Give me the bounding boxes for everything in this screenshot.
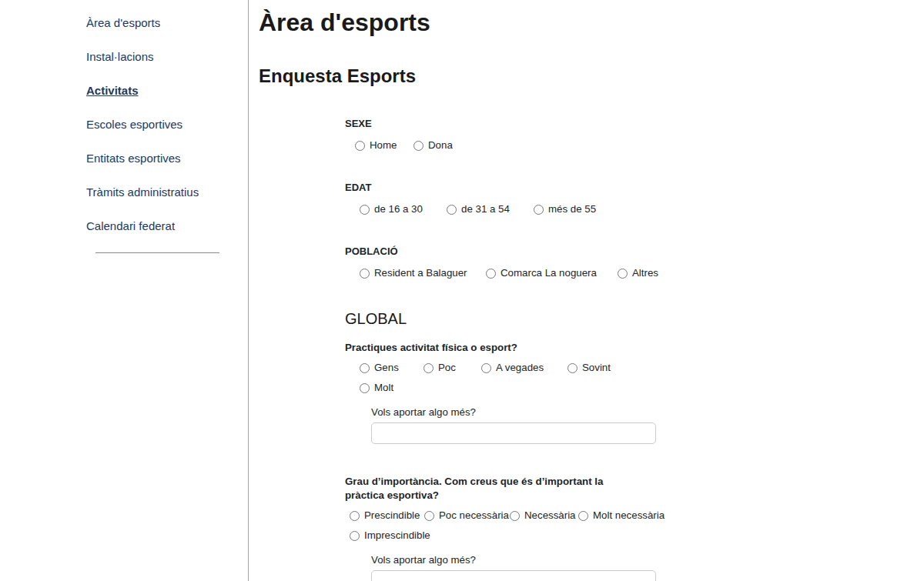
sidebar-item-calendari-federat[interactable]: Calendari federat [86,219,240,234]
radio-label: Molt necessària [593,508,665,523]
group-label-poblacio: POBLACIÓ [345,245,924,259]
sidebar-divider [95,252,219,253]
main-content: Àrea d'esports Enquesta Esports SEXE Hom… [259,0,924,581]
comment-block: Vols aportar algo més? [371,406,924,444]
question-grau-importancia: Grau d’importància. Com creus que és d’i… [345,475,924,581]
radio-option-resident-a-balaguer[interactable]: Resident a Balaguer [360,265,486,281]
radio-option-de-31-a-54[interactable]: de 31 a 54 [447,202,534,217]
sidebar: Àrea d'esports Instal·lacions Activitats… [86,15,240,253]
radio-input-de-31-a-54[interactable] [447,205,457,215]
radio-label: Prescindible [364,508,420,523]
sidebar-item-escoles-esportives[interactable]: Escoles esportives [86,117,240,132]
radio-group-practiques-row2: Molt [345,380,924,396]
group-label-sexe: SEXE [345,117,924,131]
radio-option-molt-necessaria[interactable]: Molt necessària [578,508,665,523]
radio-option-sovint[interactable]: Sovint [567,360,611,376]
radio-label: Comarca La noguera [500,265,597,281]
sidebar-item-area-desports[interactable]: Àrea d'esports [86,15,240,31]
group-label-edat: EDAT [345,181,924,195]
radio-group-grau-row2: Imprescindible [345,528,924,543]
radio-option-altres[interactable]: Altres [618,265,658,281]
radio-option-molt[interactable]: Molt [360,380,393,396]
comment-label: Vols aportar algo més? [371,406,924,419]
comment-label: Vols aportar algo més? [371,553,924,567]
question-label: Grau d’importància. Com creus que és d’i… [345,475,631,503]
radio-input-imprescindible[interactable] [350,531,360,541]
radio-input-prescindible[interactable] [350,511,360,521]
radio-option-mes-de-55[interactable]: més de 55 [534,202,596,217]
survey-title: Enquesta Esports [259,65,924,88]
radio-option-dona[interactable]: Dona [413,138,453,153]
radio-group-sexe: Home Dona [345,138,924,153]
page-title: Àrea d'esports [259,6,924,38]
comment-input-grau[interactable] [371,570,656,581]
question-practiques-activitat: Practiques activitat física o esport? Ge… [345,341,924,444]
radio-input-a-vegades[interactable] [481,363,491,373]
radio-input-poc-necessaria[interactable] [424,511,434,521]
sidebar-item-entitats-esportives[interactable]: Entitats esportives [86,151,240,166]
content-divider [248,0,249,581]
radio-label: de 16 a 30 [374,202,423,217]
comment-input-practiques[interactable] [371,422,656,444]
radio-option-de-16-a-30[interactable]: de 16 a 30 [360,202,447,217]
sidebar-item-activitats[interactable]: Activitats [86,83,240,99]
radio-label: Molt [374,380,393,396]
sidebar-item-tramits-administratius[interactable]: Tràmits administratius [86,185,240,200]
radio-input-mes-de-55[interactable] [534,205,544,215]
radio-label: A vegades [496,360,544,376]
section-heading-global: GLOBAL [345,309,924,329]
radio-option-necessaria[interactable]: Necessària [510,508,578,523]
radio-input-altres[interactable] [618,269,628,279]
radio-input-necessaria[interactable] [510,511,520,521]
radio-option-home[interactable]: Home [355,138,413,153]
radio-input-sovint[interactable] [567,363,578,373]
radio-input-comarca-la-noguera[interactable] [486,269,496,279]
comment-block: Vols aportar algo més? [371,553,924,581]
radio-input-poc[interactable] [424,363,434,373]
radio-option-poc-necessaria[interactable]: Poc necessària [424,508,510,523]
radio-label: més de 55 [548,202,596,217]
radio-option-prescindible[interactable]: Prescindible [350,508,424,523]
radio-label: Sovint [582,360,611,376]
radio-label: Dona [428,138,453,153]
radio-label: Poc necessària [439,508,509,523]
radio-option-a-vegades[interactable]: A vegades [481,360,567,376]
radio-group-poblacio: Resident a Balaguer Comarca La noguera A… [345,265,924,281]
radio-label: Altres [632,265,658,281]
radio-input-home[interactable] [355,141,365,151]
radio-input-molt[interactable] [360,383,370,393]
radio-label: Necessària [524,508,576,523]
radio-label: Imprescindible [364,528,430,543]
radio-option-gens[interactable]: Gens [360,360,424,376]
radio-input-de-16-a-30[interactable] [360,205,370,215]
question-group-poblacio: POBLACIÓ Resident a Balaguer Comarca La … [345,245,924,281]
radio-label: Poc [438,360,456,376]
radio-group-edat: de 16 a 30 de 31 a 54 més de 55 [345,202,924,217]
question-label: Practiques activitat física o esport? [345,341,631,355]
survey-form: SEXE Home Dona EDAT de 16 a 30 [345,117,924,581]
sidebar-item-installacions[interactable]: Instal·lacions [86,49,240,65]
radio-input-gens[interactable] [360,363,370,373]
radio-input-resident-a-balaguer[interactable] [360,269,370,279]
question-group-sexe: SEXE Home Dona [345,117,924,153]
radio-label: Gens [374,360,399,376]
radio-option-comarca-la-noguera[interactable]: Comarca La noguera [486,265,618,281]
radio-input-molt-necessaria[interactable] [578,511,588,521]
radio-group-practiques: Gens Poc A vegades Sovint [345,360,924,376]
radio-input-dona[interactable] [413,141,424,151]
radio-label: de 31 a 54 [461,202,510,217]
radio-option-poc[interactable]: Poc [424,360,481,376]
radio-option-imprescindible[interactable]: Imprescindible [350,528,430,543]
radio-label: Resident a Balaguer [374,265,467,281]
radio-label: Home [370,138,397,153]
question-group-edat: EDAT de 16 a 30 de 31 a 54 més de 55 [345,181,924,217]
radio-group-grau: Prescindible Poc necessària Necessària M… [345,508,924,523]
